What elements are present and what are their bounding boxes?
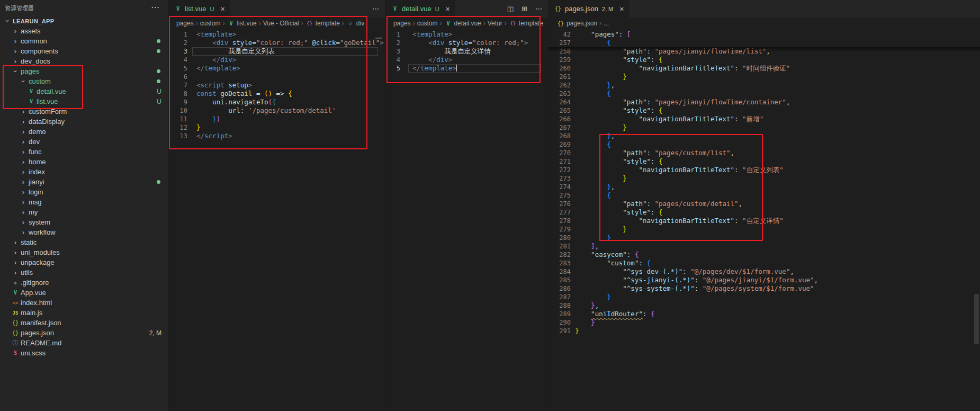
- code-editor[interactable]: 1<template>2 <div style="color: red;" @c…: [168, 29, 385, 411]
- code-line-287[interactable]: 287 }: [549, 293, 980, 301]
- tree-file-detail.vue[interactable]: Vdetail.vueU: [0, 86, 168, 96]
- tree-folder-utils[interactable]: ›utils: [0, 267, 168, 278]
- tree-folder-dev[interactable]: ›dev: [0, 137, 168, 147]
- code-line-268[interactable]: 268 },: [549, 132, 980, 140]
- breadcrumb-item[interactable]: {}template: [509, 20, 543, 27]
- code-line-278[interactable]: 278 "navigationBarTitleText": "自定义详情": [549, 217, 980, 225]
- code-line-272[interactable]: 272 "navigationBarTitleText": "自定义列表": [549, 166, 980, 174]
- code-line-262[interactable]: 262 },: [549, 81, 980, 90]
- breadcrumb-item[interactable]: pages: [393, 20, 411, 27]
- code-line-281[interactable]: 281 ],: [549, 242, 980, 251]
- split-editor-icon[interactable]: ◫: [507, 5, 514, 13]
- code-line-264[interactable]: 264 "path": "pages/jianyi/flowTime/conta…: [549, 98, 980, 106]
- tree-folder-pages[interactable]: ›pages: [0, 66, 168, 76]
- tree-folder-dataDisplay[interactable]: ›dataDisplay: [0, 117, 168, 127]
- code-line-5[interactable]: 5</template>: [168, 64, 385, 73]
- breadcrumb-item[interactable]: Vlist.vue: [227, 20, 256, 27]
- tree-file-pages.json[interactable]: {}pages.json2, M: [0, 328, 168, 338]
- breadcrumb-item[interactable]: pages: [176, 20, 194, 27]
- tree-folder-customForm[interactable]: ›customForm: [0, 106, 168, 117]
- tree-folder-home[interactable]: ›home: [0, 157, 168, 167]
- code-line-1[interactable]: 1<template>: [385, 30, 549, 39]
- tree-folder-uni_modules[interactable]: ›uni_modules: [0, 247, 168, 257]
- breadcrumb-item[interactable]: ◇div: [346, 20, 364, 27]
- tree-file-uni.scss[interactable]: Suni.scss: [0, 348, 168, 358]
- tab-detail.vue[interactable]: Vdetail.vueU×: [385, 0, 455, 17]
- breadcrumb-item[interactable]: custom: [417, 20, 438, 27]
- code-line-279[interactable]: 279 }: [549, 225, 980, 234]
- code-line-258[interactable]: 258 "path": "pages/jianyi/flowTime/list"…: [549, 47, 980, 56]
- code-line-2[interactable]: 2 <div style="color: red;">: [385, 39, 549, 47]
- code-line-263[interactable]: 263 {: [549, 90, 980, 98]
- tree-folder-func[interactable]: ›func: [0, 147, 168, 157]
- code-line-6[interactable]: 6: [168, 73, 385, 81]
- code-line-261[interactable]: 261 }: [549, 73, 980, 81]
- code-line-1[interactable]: 1<template>: [168, 30, 385, 39]
- breadcrumb-item[interactable]: ...: [604, 20, 609, 27]
- code-line-280[interactable]: 280 }: [549, 234, 980, 242]
- code-line-273[interactable]: 273 }: [549, 174, 980, 183]
- code-line-3[interactable]: 3 我是自定义列表: [168, 47, 385, 56]
- code-line-10[interactable]: 10 url: '/pages/custom/detail': [168, 106, 385, 115]
- tree-folder-unpackage[interactable]: ›unpackage: [0, 257, 168, 267]
- tree-folder-components[interactable]: ›components: [0, 46, 168, 56]
- code-line-267[interactable]: 267 }: [549, 123, 980, 132]
- code-line-282[interactable]: 282 "easycom": {: [549, 251, 980, 259]
- breadcrumb-item[interactable]: Vetur: [488, 20, 502, 27]
- tab-list.vue[interactable]: Vlist.vueU×: [168, 0, 230, 17]
- tree-file-list.vue[interactable]: Vlist.vueU: [0, 96, 168, 106]
- code-line-270[interactable]: 270 "path": "pages/custom/list",: [549, 149, 980, 157]
- code-line-9[interactable]: 9 uni.navigateTo({: [168, 98, 385, 106]
- tree-file-README.md[interactable]: ⓘREADME.md: [0, 338, 168, 348]
- more-actions-icon[interactable]: ⋯: [151, 2, 159, 12]
- tree-file-index.html[interactable]: <>index.html: [0, 298, 168, 308]
- code-line-274[interactable]: 274 },: [549, 183, 980, 191]
- code-line-2[interactable]: 2 <div style="color: red;" @click="goDet…: [168, 39, 385, 47]
- breadcrumb-item[interactable]: custom: [200, 20, 221, 27]
- code-line-4[interactable]: 4 </div>: [385, 56, 549, 64]
- tree-folder-login[interactable]: ›login: [0, 187, 168, 197]
- code-line-265[interactable]: 265 "style": {: [549, 106, 980, 115]
- code-line-5[interactable]: 5</template>: [385, 64, 549, 73]
- tree-folder-jianyi[interactable]: ›jianyi: [0, 177, 168, 187]
- more-editor-icon[interactable]: ⋯: [535, 5, 542, 13]
- code-line-3[interactable]: 3 我是自定义详情: [385, 47, 549, 56]
- tree-folder-common[interactable]: ›common: [0, 36, 168, 46]
- tree-folder-msg[interactable]: ›msg: [0, 197, 168, 207]
- tree-folder-index[interactable]: ›index: [0, 167, 168, 177]
- code-line-257[interactable]: 257 {: [549, 39, 980, 47]
- tree-folder-LEARUN_APP[interactable]: ›LEARUN_APP: [0, 16, 168, 26]
- code-line-260[interactable]: 260 "navigationBarTitleText": "时间组件验证": [549, 64, 980, 73]
- code-line-4[interactable]: 4 </div>: [168, 56, 385, 64]
- close-icon[interactable]: ×: [446, 5, 450, 13]
- tree-folder-workflow[interactable]: ›workflow: [0, 227, 168, 237]
- code-editor[interactable]: 42 "pages": [257 {258 "path": "pages/jia…: [549, 29, 980, 411]
- layout-editor-icon[interactable]: ⊞: [522, 5, 527, 13]
- close-icon[interactable]: ×: [220, 5, 224, 13]
- code-line-275[interactable]: 275 {: [549, 191, 980, 200]
- tree-folder-my[interactable]: ›my: [0, 207, 168, 217]
- code-editor[interactable]: 1<template>2 <div style="color: red;">3 …: [385, 29, 549, 411]
- code-line-259[interactable]: 259 "style": {: [549, 56, 980, 64]
- more-editor-icon[interactable]: ⋯: [372, 5, 379, 13]
- breadcrumb-item[interactable]: Vdetail.vue: [444, 20, 481, 27]
- tree-folder-dev_docs[interactable]: ›dev_docs: [0, 56, 168, 66]
- code-line-288[interactable]: 288 },: [549, 301, 980, 310]
- tree-file-manifest.json[interactable]: {}manifest.json: [0, 318, 168, 328]
- tree-folder-system[interactable]: ›system: [0, 217, 168, 227]
- code-line-266[interactable]: 266 "navigationBarTitleText": "新增": [549, 115, 980, 123]
- tree-folder-static[interactable]: ›static: [0, 237, 168, 247]
- tree-file-.gitignore[interactable]: ◈.gitignore: [0, 278, 168, 288]
- code-line-285[interactable]: 285 "^sys-jianyi-(.*)": "@/pages/jianyi/…: [549, 276, 980, 284]
- tree-folder-assets[interactable]: ›assets: [0, 26, 168, 36]
- code-line-289[interactable]: 289 "uniIdRouter": {: [549, 310, 980, 318]
- tree-file-main.js[interactable]: JSmain.js: [0, 308, 168, 318]
- scrollbar-thumb[interactable]: [974, 294, 979, 344]
- code-line-42[interactable]: 42 "pages": [: [549, 30, 980, 39]
- tree-folder-custom[interactable]: ›custom: [0, 76, 168, 86]
- breadcrumb-item[interactable]: {}template: [305, 20, 340, 27]
- tree-folder-demo[interactable]: ›demo: [0, 127, 168, 137]
- tab-pages.json[interactable]: {}pages.json2, M×: [549, 0, 629, 17]
- code-line-276[interactable]: 276 "path": "pages/custom/detail",: [549, 200, 980, 208]
- code-line-7[interactable]: 7<script setup>: [168, 81, 385, 90]
